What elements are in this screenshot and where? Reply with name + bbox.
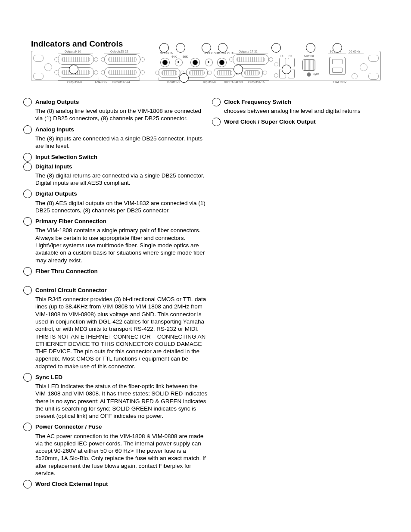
callout-circle-icon [306, 43, 315, 53]
list-item: Primary Fiber Connection The VIM-1808 co… [35, 218, 208, 264]
item-body: This LED indicates the status of the fib… [35, 383, 208, 420]
list-item: Fiber Thru Connection [35, 268, 208, 275]
item-title: Sync LED [35, 373, 208, 381]
item-body: The (8) digital returns are connected vi… [35, 172, 208, 187]
item-title: Word Clock / Super Clock Output [224, 118, 383, 126]
rj45-connector-icon [302, 59, 315, 71]
item-title: Digital Outputs [35, 190, 208, 198]
diagram-label: Outputs9-16 [65, 50, 81, 53]
callout-circle-icon [271, 43, 281, 53]
bnc-connector-icon [160, 58, 170, 67]
list-item: Word Clock External Input [35, 480, 208, 488]
jack-screw-icon [208, 71, 212, 75]
screw-icon [274, 62, 278, 66]
db25-connector-icon [58, 54, 94, 65]
item-title: Digital Inputs [35, 163, 208, 171]
diagram-label: Inputs1-8 [167, 81, 180, 84]
diagram-label: W CLK IN [160, 52, 174, 55]
jack-screw-icon [94, 57, 98, 62]
diagram-label: Outputs17-24 [112, 81, 130, 84]
bnc-connector-icon [217, 58, 227, 67]
screw-icon [360, 63, 367, 71]
db9-connector-icon [159, 68, 180, 78]
item-title: Fiber Thru Connection [35, 268, 208, 275]
diagram-label: Inputs1-8 [203, 81, 216, 84]
rack-ear-hole-icon [368, 73, 379, 80]
list-item: Sync LED This LED indicates the status o… [35, 373, 208, 420]
diagram-label: 44K [171, 55, 177, 59]
db9-connector-icon [214, 68, 235, 78]
item-title: Input Selection Switch [35, 153, 208, 161]
jack-screw-icon [140, 70, 145, 75]
ground-icon [352, 73, 358, 79]
jack-screw-icon [140, 57, 145, 62]
item-title: Control Circuit Connector [35, 286, 208, 294]
list-item: Input Selection Switch [35, 153, 208, 161]
callout-circle-icon [69, 65, 78, 74]
item-body: The AC power connection to the VIM-1808 … [35, 432, 208, 477]
toggle-switch-icon [205, 59, 213, 66]
screw-icon [44, 63, 52, 71]
jack-screw-icon [229, 57, 234, 62]
callout-circle-icon [159, 43, 169, 53]
jack-screw-icon [155, 71, 159, 75]
diagram-label: 96K [183, 55, 188, 59]
diagram-label: Outputs 17-32 [239, 50, 258, 53]
diagram-label: ANALOG [95, 81, 107, 84]
rack-ear-hole-icon [33, 55, 44, 62]
item-body: The (8) AES digital outputs on the VIM-1… [35, 199, 208, 215]
left-column: Analog Outputs The (8) analog line level… [35, 98, 208, 490]
diagram-label: Rx [289, 54, 292, 58]
diagram-label: Outputs1-8 [67, 81, 82, 84]
jack-screw-icon [269, 57, 273, 62]
toggle-switch-icon [175, 59, 183, 66]
diagram-label: Tx [280, 54, 283, 58]
rack-ear-hole-icon [33, 73, 44, 80]
item-body: This RJ45 connector provides (3) bi-dire… [35, 296, 208, 370]
item-title: Clock Frequency Switch [224, 98, 383, 106]
item-title: Power Connector / Fuse [35, 423, 208, 431]
diagram-label: 50-60Hz [349, 50, 360, 53]
list-item: Digital Outputs The (8) AES digital outp… [35, 190, 208, 214]
callout-circle-icon [333, 43, 342, 53]
item-body: chooses between analog line level and di… [224, 107, 383, 115]
back-panel-diagram: Outputs9-16 Outputs25-32 Outputs1-8 ANAL… [31, 49, 380, 84]
diagram-label: Outputs1-16 [248, 81, 265, 84]
list-item: Clock Frequency Switch chooses between a… [224, 98, 383, 115]
diagram-label: W CLK OUT [217, 52, 234, 55]
diagram-label: T1AL250V [333, 81, 346, 84]
diagram-label: Outputs25-32 [110, 50, 128, 53]
db9-connector-icon [241, 68, 263, 78]
callout-circle-icon [218, 43, 227, 53]
item-title: Primary Fiber Connection [35, 218, 208, 225]
callout-circle-icon [176, 43, 185, 53]
jack-screw-icon [94, 70, 98, 75]
db25-connector-icon [104, 54, 140, 65]
iec-power-connector-icon [329, 57, 346, 75]
diagram-label: Sync [313, 72, 319, 76]
list-item: Digital Inputs The (8) digital returns a… [35, 163, 208, 187]
item-title: Analog Inputs [35, 126, 208, 134]
bnc-connector-icon [190, 58, 200, 67]
section-title: Indicators and Controls [31, 39, 123, 49]
callout-circle-icon [202, 43, 211, 53]
rack-ear-hole-icon [368, 55, 379, 62]
list-item: Control Circuit Connector This RJ45 conn… [35, 286, 208, 370]
list-item: Analog Inputs The (8) inputs are connect… [35, 126, 208, 150]
jack-screw-icon [101, 70, 105, 75]
db25-connector-icon [233, 54, 269, 65]
callout-circle-icon [234, 65, 243, 74]
jack-screw-icon [263, 71, 267, 75]
sync-led-icon [307, 72, 311, 77]
list-item: Analog Outputs The (8) analog line level… [35, 98, 208, 122]
item-body: The (8) inputs are connected via a singl… [35, 135, 208, 150]
item-body: The VIM-1808 contains a single primary p… [35, 227, 208, 264]
callout-circle-icon [282, 65, 291, 74]
list-item: Word Clock / Super Clock Output [224, 118, 383, 126]
screw-icon [274, 73, 278, 78]
jack-screw-icon [54, 57, 59, 62]
jack-screw-icon [101, 57, 105, 62]
diagram-label: DIGITALAES3 [224, 81, 243, 84]
item-body: The (8) analog line level outputs on the… [35, 107, 208, 122]
right-column: Clock Frequency Switch chooses between a… [224, 98, 383, 128]
